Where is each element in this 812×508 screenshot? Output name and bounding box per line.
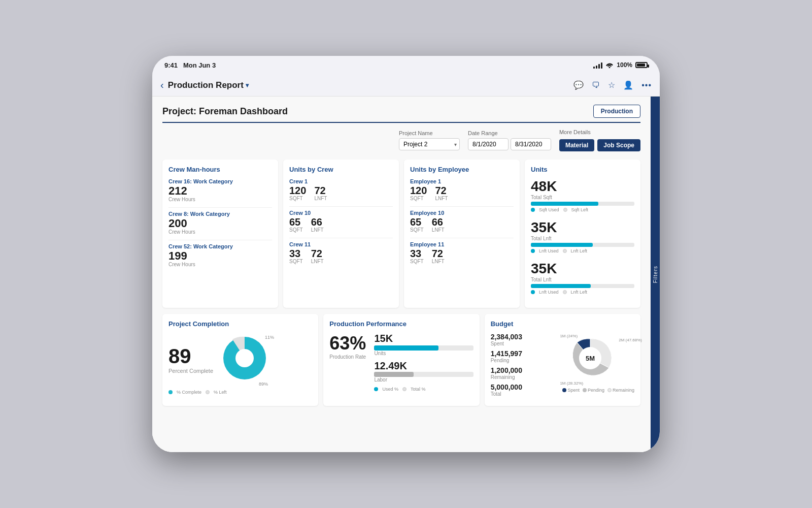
date-start-input[interactable] bbox=[468, 138, 509, 150]
crew-unit-2-sqft: 33 bbox=[289, 248, 303, 259]
filters-sidebar-label[interactable]: Filters bbox=[653, 266, 658, 283]
units-by-employee-card: Units by Employee Employee 1 120 SQFT 72… bbox=[404, 160, 520, 308]
more-details-filter: More Details Material Job Scope bbox=[559, 129, 640, 151]
crew-unit-1-sqft: 65 bbox=[289, 217, 303, 227]
emp-unit-item-0: Employee 1 120 SQFT 72 LNFT bbox=[410, 178, 514, 201]
crew-unit-1-row: 65 SQFT 66 LNFT bbox=[289, 217, 393, 233]
add-user-icon[interactable]: 👤 bbox=[623, 80, 633, 90]
crew-unit-1-lnft: 66 bbox=[311, 217, 324, 227]
emp-unit-0-sqft: 120 bbox=[410, 185, 427, 196]
units-by-crew-card: Units by Crew Crew 1 120 SQFT 72 LNFT bbox=[283, 160, 399, 308]
nav-title-text: Production Report bbox=[168, 80, 244, 90]
perf-rate-label: Production Rate bbox=[329, 354, 366, 360]
date-range-label: Date Range bbox=[468, 130, 551, 136]
crew-unit-2-lnft: 72 bbox=[311, 248, 324, 259]
crew-man-hours-title: Crew Man-hours bbox=[168, 166, 272, 173]
emp-sqft-2: SQFT bbox=[410, 259, 424, 264]
sqft-label-0: SQFT bbox=[289, 196, 306, 201]
crew-item-1: Crew 8: Work Category 200 Crew Hours bbox=[168, 211, 272, 235]
donut-label-top: 1M (24%) bbox=[560, 334, 578, 338]
chat-icon[interactable]: 🗨 bbox=[592, 81, 600, 90]
lnft-label-0: LNFT bbox=[314, 196, 327, 201]
donut-legend: Spent Pending Remaining bbox=[562, 388, 634, 393]
emp-unit-0-lnft: 72 bbox=[435, 185, 448, 196]
star-icon[interactable]: ☆ bbox=[608, 80, 615, 90]
budget-content: 2,384,003 Spent 1,415,997 Pending 1,200,… bbox=[491, 333, 634, 400]
production-button[interactable]: Production bbox=[593, 105, 640, 118]
material-button[interactable]: Material bbox=[559, 139, 594, 151]
production-performance-card: Production Performance 63% Production Ra… bbox=[323, 314, 479, 406]
budget-lbl-2: Remaining bbox=[491, 374, 557, 380]
crew-0-hours: 212 bbox=[168, 185, 272, 197]
tablet-frame: 9:41 Mon Jun 3 100% ‹ Production bbox=[152, 56, 660, 452]
date-range-inputs bbox=[468, 138, 551, 150]
perf-legend-2: Total % bbox=[411, 387, 426, 392]
crew-unit-2-name: Crew 11 bbox=[289, 241, 393, 247]
unit-0-label: Total Sqft bbox=[531, 195, 634, 200]
back-button[interactable]: ‹ bbox=[160, 79, 164, 91]
perf-legend-1: Used % bbox=[382, 387, 398, 392]
budget-val-1: 1,415,997 bbox=[491, 350, 557, 358]
comment-icon[interactable]: 💬 bbox=[573, 80, 584, 90]
project-title: Project: Foreman Dashboard bbox=[162, 106, 288, 117]
project-name-filter: Project Name Project 2 bbox=[399, 130, 460, 150]
completion-legend: % Complete % Left bbox=[168, 390, 312, 395]
unit-stat-1: 35K Total Lnft Lnft Used Lnft Left bbox=[531, 219, 634, 253]
right-sidebar[interactable]: Filters bbox=[651, 97, 660, 452]
filters-row: Project Name Project 2 Date Range bbox=[162, 129, 640, 151]
status-time-date: 9:41 Mon Jun 3 bbox=[164, 61, 216, 69]
perf-labor-val: 12.49K bbox=[374, 360, 473, 372]
unit-stat-0: 48K Total Sqft Sqft Used Sqft Left bbox=[531, 178, 634, 212]
unit-0-value: 48K bbox=[531, 178, 634, 195]
completion-legend-2: % Left bbox=[214, 390, 227, 395]
budget-val-2: 1,200,000 bbox=[491, 366, 557, 374]
project-header: Project: Foreman Dashboard Production bbox=[162, 105, 640, 123]
completion-legend-1: % Complete bbox=[177, 390, 201, 395]
units-by-employee-title: Units by Employee bbox=[410, 166, 514, 173]
more-details-label: More Details bbox=[559, 129, 640, 135]
budget-donut-chart: 5M bbox=[562, 333, 618, 384]
project-completion-title: Project Completion bbox=[168, 320, 312, 328]
crew-item-0: Crew 16: Work Category 212 Crew Hours bbox=[168, 178, 272, 202]
budget-card: Budget 2,384,003 Spent 1,415,997 Pending bbox=[485, 314, 640, 406]
emp-unit-item-1: Employee 10 65 SQFT 66 LNFT bbox=[410, 210, 514, 233]
emp-unit-2-lnft: 72 bbox=[432, 248, 445, 259]
sqft-label-1: SQFT bbox=[289, 227, 303, 233]
completion-number: 89 bbox=[168, 345, 213, 368]
perf-labor-label: Labor bbox=[374, 377, 473, 383]
crew-unit-0-lnft: 72 bbox=[314, 185, 327, 196]
emp-unit-2-row: 33 SQFT 72 LNFT bbox=[410, 248, 514, 264]
perf-legend: Used % Total % bbox=[374, 387, 473, 392]
crew-2-name: Crew 52: Work Category bbox=[168, 243, 272, 249]
svg-point-1 bbox=[235, 349, 254, 367]
budget-lbl-1: Pending bbox=[491, 358, 557, 363]
perf-bar-units: 15K Units bbox=[374, 333, 473, 356]
date-range-filter: Date Range bbox=[468, 130, 551, 150]
donut-label-bottom: 1M (28.32%) bbox=[560, 381, 583, 386]
nav-bar: ‹ Production Report ▾ 💬 🗨 ☆ 👤 ••• bbox=[152, 74, 660, 97]
budget-val-0: 2,384,003 bbox=[491, 333, 557, 341]
project-name-select[interactable]: Project 2 bbox=[399, 138, 460, 150]
crew-2-label: Crew Hours bbox=[168, 262, 272, 267]
battery-pct: 100% bbox=[617, 61, 632, 69]
unit-legend-0-1: Sqft Used bbox=[539, 207, 559, 212]
date-end-input[interactable] bbox=[511, 138, 551, 150]
budget-val-3: 5,000,000 bbox=[491, 383, 557, 391]
more-icon[interactable]: ••• bbox=[641, 81, 652, 90]
perf-bar-labor: 12.49K Labor bbox=[374, 360, 473, 383]
perf-bars: 15K Units 12.49K Labor bbox=[374, 333, 473, 392]
emp-unit-2-name: Employee 11 bbox=[410, 241, 514, 247]
crew-1-hours: 200 bbox=[168, 218, 272, 229]
production-performance-title: Production Performance bbox=[329, 320, 473, 328]
crew-item-2: Crew 52: Work Category 199 Crew Hours bbox=[168, 243, 272, 267]
donut-label-right: 2M (47.68%) bbox=[619, 338, 642, 342]
crew-1-label: Crew Hours bbox=[168, 229, 272, 235]
project-name-select-wrap: Project 2 bbox=[399, 138, 460, 150]
lnft-label-1: LNFT bbox=[311, 227, 324, 233]
nav-title: Production Report ▾ bbox=[168, 80, 574, 90]
crew-unit-0-sqft: 120 bbox=[289, 185, 306, 196]
emp-lnft-2: LNFT bbox=[432, 259, 445, 264]
title-dropdown-icon[interactable]: ▾ bbox=[246, 82, 249, 89]
crew-1-name: Crew 8: Work Category bbox=[168, 211, 272, 217]
job-scope-button[interactable]: Job Scope bbox=[597, 139, 640, 151]
